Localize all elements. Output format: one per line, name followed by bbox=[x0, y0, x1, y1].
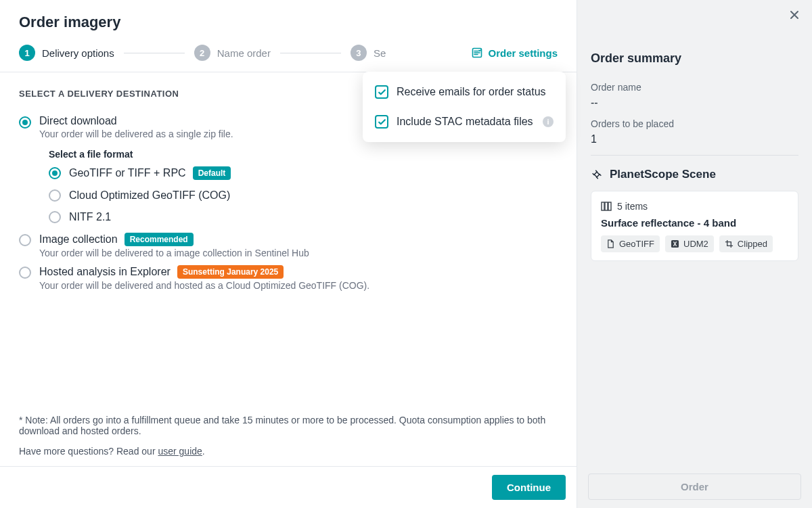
chip-clipped: Clipped bbox=[719, 235, 773, 252]
destination-desc: Your order will be delivered to a image … bbox=[39, 248, 558, 258]
order-name-value: -- bbox=[591, 97, 798, 109]
format-cog[interactable]: Cloud Optimized GeoTIFF (COG) bbox=[49, 189, 558, 202]
format-nitf[interactable]: NITF 2.1 bbox=[49, 211, 558, 223]
info-icon[interactable]: i bbox=[543, 116, 554, 127]
format-geotiff[interactable]: GeoTIFF or TIFF + RPC Default bbox=[49, 166, 558, 180]
checkbox-checked-icon[interactable] bbox=[375, 115, 388, 129]
summary-title: Order summary bbox=[591, 51, 798, 66]
product-title: Surface reflectance - 4 band bbox=[601, 217, 788, 229]
svg-rect-4 bbox=[608, 202, 611, 210]
format-label: Cloud Optimized GeoTIFF (COG) bbox=[69, 189, 230, 202]
step-connector bbox=[280, 53, 341, 53]
svg-rect-1 bbox=[594, 172, 600, 177]
items-count: 5 items bbox=[617, 201, 648, 212]
option-label: Include STAC metadata files bbox=[397, 116, 535, 128]
step-label: Se bbox=[374, 47, 386, 59]
destination-title: Image collection bbox=[39, 233, 118, 246]
order-name-label: Order name bbox=[591, 82, 798, 93]
step-label: Delivery options bbox=[42, 47, 114, 59]
satellite-icon bbox=[591, 168, 603, 181]
continue-button[interactable]: Continue bbox=[492, 475, 566, 500]
divider bbox=[591, 155, 798, 156]
checkbox-checked-icon[interactable] bbox=[375, 85, 388, 99]
format-label: GeoTIFF or TIFF + RPC bbox=[69, 167, 186, 179]
option-receive-emails[interactable]: Receive emails for order status bbox=[375, 85, 554, 99]
step-number: 3 bbox=[351, 45, 367, 61]
format-label: NITF 2.1 bbox=[69, 211, 111, 223]
radio-icon[interactable] bbox=[49, 211, 61, 223]
help-text: Have more questions? Read our user guide… bbox=[19, 446, 558, 457]
radio-icon[interactable] bbox=[19, 267, 31, 279]
destination-image-collection[interactable]: Image collection Recommended Your order … bbox=[19, 233, 558, 258]
scene-heading: PlanetScope Scene bbox=[591, 168, 798, 181]
destination-title: Hosted analysis in Explorer bbox=[39, 266, 171, 278]
step-delivery-options[interactable]: 1 Delivery options bbox=[19, 45, 114, 61]
step-number: 2 bbox=[194, 45, 210, 61]
step-name-order[interactable]: 2 Name order bbox=[194, 45, 271, 61]
order-settings-label: Order settings bbox=[488, 47, 558, 59]
close-icon[interactable] bbox=[789, 9, 800, 23]
chip-geotiff: GeoTIFF bbox=[601, 235, 660, 252]
file-icon bbox=[606, 239, 615, 248]
destination-hosted-explorer[interactable]: Hosted analysis in Explorer Sunsetting J… bbox=[19, 265, 558, 291]
radio-icon[interactable] bbox=[49, 189, 61, 202]
chip-udm2: UDM2 bbox=[665, 235, 714, 252]
mask-icon bbox=[671, 239, 679, 248]
order-settings-popover: Receive emails for order status Include … bbox=[363, 72, 566, 142]
svg-rect-3 bbox=[605, 202, 608, 210]
step-number: 1 bbox=[19, 45, 35, 61]
order-settings-button[interactable]: Order settings bbox=[472, 47, 558, 59]
radio-icon[interactable] bbox=[19, 234, 31, 246]
user-guide-link[interactable]: user guide bbox=[158, 446, 202, 457]
sunsetting-badge: Sunsetting January 2025 bbox=[177, 265, 284, 279]
step-connector bbox=[124, 53, 185, 53]
step-three[interactable]: 3 Se bbox=[351, 45, 386, 61]
option-label: Receive emails for order status bbox=[397, 86, 554, 98]
orders-count-label: Orders to be placed bbox=[591, 118, 798, 129]
settings-list-icon bbox=[472, 47, 482, 58]
svg-rect-2 bbox=[602, 202, 604, 210]
radio-selected-icon[interactable] bbox=[19, 116, 31, 129]
default-badge: Default bbox=[193, 166, 231, 180]
step-label: Name order bbox=[217, 47, 271, 59]
file-format-heading: Select a file format bbox=[49, 149, 558, 160]
scene-card: 5 items Surface reflectance - 4 band Geo… bbox=[591, 191, 798, 261]
stack-icon bbox=[601, 202, 612, 211]
wizard-steps: 1 Delivery options 2 Name order 3 Se bbox=[0, 31, 577, 72]
orders-count-value: 1 bbox=[591, 133, 798, 145]
radio-selected-icon[interactable] bbox=[49, 167, 61, 179]
option-stac-metadata[interactable]: Include STAC metadata files i bbox=[375, 115, 554, 129]
page-title: Order imagery bbox=[19, 14, 558, 31]
destination-desc: Your order will be delivered and hosted … bbox=[39, 280, 558, 291]
processing-note: * Note: All orders go into a fulfillment… bbox=[19, 415, 558, 436]
recommended-badge: Recommended bbox=[125, 233, 194, 246]
crop-icon bbox=[725, 239, 734, 248]
order-button[interactable]: Order bbox=[588, 474, 801, 500]
